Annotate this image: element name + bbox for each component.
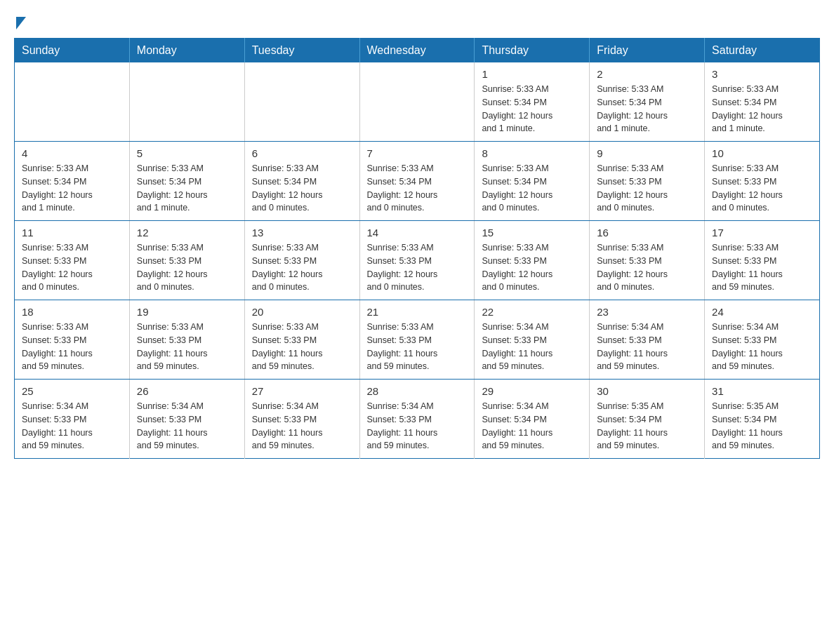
calendar-cell: 17Sunrise: 5:33 AMSunset: 5:33 PMDayligh…	[705, 221, 820, 300]
page-header	[14, 14, 820, 24]
calendar-cell: 7Sunrise: 5:33 AMSunset: 5:34 PMDaylight…	[359, 142, 475, 221]
day-info: Sunrise: 5:33 AMSunset: 5:34 PMDaylight:…	[137, 162, 237, 215]
day-number: 18	[22, 306, 122, 318]
calendar-cell: 24Sunrise: 5:34 AMSunset: 5:33 PMDayligh…	[705, 300, 820, 380]
calendar-week-3: 11Sunrise: 5:33 AMSunset: 5:33 PMDayligh…	[15, 221, 820, 300]
day-info: Sunrise: 5:34 AMSunset: 5:33 PMDaylight:…	[137, 400, 237, 452]
day-number: 1	[482, 68, 582, 80]
day-info: Sunrise: 5:33 AMSunset: 5:34 PMDaylight:…	[482, 162, 582, 215]
calendar-cell: 11Sunrise: 5:33 AMSunset: 5:33 PMDayligh…	[15, 221, 130, 300]
day-info: Sunrise: 5:34 AMSunset: 5:33 PMDaylight:…	[482, 321, 582, 373]
calendar-cell: 21Sunrise: 5:33 AMSunset: 5:33 PMDayligh…	[359, 300, 475, 380]
day-info: Sunrise: 5:33 AMSunset: 5:33 PMDaylight:…	[597, 162, 697, 215]
day-info: Sunrise: 5:33 AMSunset: 5:33 PMDaylight:…	[137, 321, 237, 373]
day-info: Sunrise: 5:33 AMSunset: 5:33 PMDaylight:…	[22, 241, 122, 294]
day-info: Sunrise: 5:33 AMSunset: 5:34 PMDaylight:…	[712, 83, 812, 135]
day-info: Sunrise: 5:34 AMSunset: 5:33 PMDaylight:…	[597, 321, 697, 373]
column-header-tuesday: Tuesday	[244, 39, 359, 63]
day-number: 14	[367, 227, 468, 239]
day-number: 9	[597, 147, 697, 159]
calendar-cell: 8Sunrise: 5:33 AMSunset: 5:34 PMDaylight…	[475, 142, 590, 221]
calendar-cell: 9Sunrise: 5:33 AMSunset: 5:33 PMDaylight…	[590, 142, 705, 221]
day-number: 6	[252, 147, 352, 159]
day-number: 20	[252, 306, 352, 318]
calendar-cell	[15, 62, 130, 142]
day-info: Sunrise: 5:34 AMSunset: 5:33 PMDaylight:…	[712, 321, 812, 373]
calendar-cell: 13Sunrise: 5:33 AMSunset: 5:33 PMDayligh…	[244, 221, 359, 300]
calendar-table: SundayMondayTuesdayWednesdayThursdayFrid…	[14, 38, 820, 459]
calendar-cell: 15Sunrise: 5:33 AMSunset: 5:33 PMDayligh…	[475, 221, 590, 300]
day-info: Sunrise: 5:33 AMSunset: 5:34 PMDaylight:…	[252, 162, 352, 215]
day-info: Sunrise: 5:33 AMSunset: 5:33 PMDaylight:…	[482, 241, 582, 294]
day-number: 21	[367, 306, 468, 318]
day-info: Sunrise: 5:33 AMSunset: 5:33 PMDaylight:…	[367, 241, 468, 294]
calendar-week-2: 4Sunrise: 5:33 AMSunset: 5:34 PMDaylight…	[15, 142, 820, 221]
day-number: 12	[137, 227, 237, 239]
calendar-cell: 22Sunrise: 5:34 AMSunset: 5:33 PMDayligh…	[475, 300, 590, 380]
day-info: Sunrise: 5:33 AMSunset: 5:33 PMDaylight:…	[22, 321, 122, 373]
day-info: Sunrise: 5:35 AMSunset: 5:34 PMDaylight:…	[712, 400, 812, 452]
day-info: Sunrise: 5:33 AMSunset: 5:34 PMDaylight:…	[597, 83, 697, 135]
day-number: 7	[367, 147, 468, 159]
calendar-cell: 23Sunrise: 5:34 AMSunset: 5:33 PMDayligh…	[590, 300, 705, 380]
day-info: Sunrise: 5:33 AMSunset: 5:33 PMDaylight:…	[712, 162, 812, 215]
calendar-cell: 4Sunrise: 5:33 AMSunset: 5:34 PMDaylight…	[15, 142, 130, 221]
calendar-cell: 20Sunrise: 5:33 AMSunset: 5:33 PMDayligh…	[244, 300, 359, 380]
calendar-cell: 31Sunrise: 5:35 AMSunset: 5:34 PMDayligh…	[705, 380, 820, 459]
day-number: 23	[597, 306, 697, 318]
day-info: Sunrise: 5:34 AMSunset: 5:34 PMDaylight:…	[482, 400, 582, 452]
day-number: 16	[597, 227, 697, 239]
day-info: Sunrise: 5:33 AMSunset: 5:33 PMDaylight:…	[137, 241, 237, 294]
calendar-header-row: SundayMondayTuesdayWednesdayThursdayFrid…	[15, 39, 820, 63]
calendar-cell: 2Sunrise: 5:33 AMSunset: 5:34 PMDaylight…	[590, 62, 705, 142]
day-number: 11	[22, 227, 122, 239]
logo-arrow-icon	[16, 17, 26, 29]
day-number: 24	[712, 306, 812, 318]
calendar-cell	[359, 62, 475, 142]
day-number: 2	[597, 68, 697, 80]
day-info: Sunrise: 5:33 AMSunset: 5:34 PMDaylight:…	[367, 162, 468, 215]
day-number: 26	[137, 385, 237, 397]
day-info: Sunrise: 5:33 AMSunset: 5:33 PMDaylight:…	[252, 241, 352, 294]
calendar-cell: 18Sunrise: 5:33 AMSunset: 5:33 PMDayligh…	[15, 300, 130, 380]
calendar-cell: 28Sunrise: 5:34 AMSunset: 5:33 PMDayligh…	[359, 380, 475, 459]
day-number: 4	[22, 147, 122, 159]
day-number: 25	[22, 385, 122, 397]
column-header-friday: Friday	[590, 39, 705, 63]
day-number: 28	[367, 385, 468, 397]
column-header-sunday: Sunday	[15, 39, 130, 63]
calendar-cell: 5Sunrise: 5:33 AMSunset: 5:34 PMDaylight…	[129, 142, 244, 221]
calendar-cell: 10Sunrise: 5:33 AMSunset: 5:33 PMDayligh…	[705, 142, 820, 221]
column-header-monday: Monday	[129, 39, 244, 63]
day-number: 15	[482, 227, 582, 239]
calendar-cell: 26Sunrise: 5:34 AMSunset: 5:33 PMDayligh…	[129, 380, 244, 459]
calendar-cell: 30Sunrise: 5:35 AMSunset: 5:34 PMDayligh…	[590, 380, 705, 459]
day-info: Sunrise: 5:33 AMSunset: 5:33 PMDaylight:…	[597, 241, 697, 294]
day-number: 22	[482, 306, 582, 318]
day-number: 8	[482, 147, 582, 159]
column-header-thursday: Thursday	[475, 39, 590, 63]
calendar-cell: 25Sunrise: 5:34 AMSunset: 5:33 PMDayligh…	[15, 380, 130, 459]
calendar-week-1: 1Sunrise: 5:33 AMSunset: 5:34 PMDaylight…	[15, 62, 820, 142]
calendar-cell: 14Sunrise: 5:33 AMSunset: 5:33 PMDayligh…	[359, 221, 475, 300]
day-info: Sunrise: 5:33 AMSunset: 5:33 PMDaylight:…	[367, 321, 468, 373]
column-header-saturday: Saturday	[705, 39, 820, 63]
calendar-cell: 6Sunrise: 5:33 AMSunset: 5:34 PMDaylight…	[244, 142, 359, 221]
day-number: 31	[712, 385, 812, 397]
day-number: 27	[252, 385, 352, 397]
day-info: Sunrise: 5:33 AMSunset: 5:33 PMDaylight:…	[252, 321, 352, 373]
day-info: Sunrise: 5:33 AMSunset: 5:34 PMDaylight:…	[22, 162, 122, 215]
calendar-cell: 19Sunrise: 5:33 AMSunset: 5:33 PMDayligh…	[129, 300, 244, 380]
calendar-cell: 1Sunrise: 5:33 AMSunset: 5:34 PMDaylight…	[475, 62, 590, 142]
calendar-cell: 29Sunrise: 5:34 AMSunset: 5:34 PMDayligh…	[475, 380, 590, 459]
calendar-cell	[129, 62, 244, 142]
day-info: Sunrise: 5:34 AMSunset: 5:33 PMDaylight:…	[367, 400, 468, 452]
calendar-cell: 3Sunrise: 5:33 AMSunset: 5:34 PMDaylight…	[705, 62, 820, 142]
day-number: 13	[252, 227, 352, 239]
day-number: 5	[137, 147, 237, 159]
column-header-wednesday: Wednesday	[359, 39, 475, 63]
day-info: Sunrise: 5:34 AMSunset: 5:33 PMDaylight:…	[22, 400, 122, 452]
day-number: 29	[482, 385, 582, 397]
calendar-cell: 12Sunrise: 5:33 AMSunset: 5:33 PMDayligh…	[129, 221, 244, 300]
calendar-cell: 16Sunrise: 5:33 AMSunset: 5:33 PMDayligh…	[590, 221, 705, 300]
